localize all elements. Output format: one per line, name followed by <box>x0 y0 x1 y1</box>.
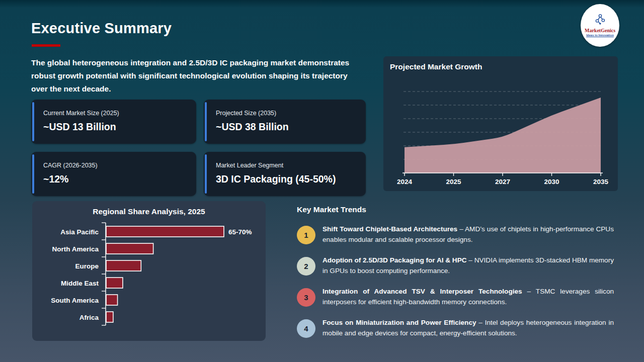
bar-label: Africa <box>79 314 99 321</box>
title-underline <box>32 44 60 47</box>
bar <box>106 295 118 305</box>
bar <box>106 243 153 254</box>
growth-area-chart: 20242025202720302035 <box>389 71 612 188</box>
bar-value-label: 65-70% <box>228 228 252 236</box>
regional-chart-panel: Regional Share Analysis, 2025 Asia Pacif… <box>32 201 266 341</box>
trend-text: Adoption of 2.5D/3D Packaging for AI & H… <box>323 255 614 276</box>
stat-value: 3D IC Packaging (45-50%) <box>216 173 357 185</box>
logo-tagline: Ideas to Innovation <box>586 33 614 37</box>
trend-text: Focus on Miniaturization and Power Effic… <box>323 318 614 338</box>
stat-label: Projected Size (2035) <box>216 110 357 117</box>
trend-item-2: 2 Adoption of 2.5D/3D Packaging for AI &… <box>297 255 614 276</box>
trend-item-3: 3 Integration of Advanced TSV & Interpos… <box>297 287 614 307</box>
intro-paragraph: The global heterogeneous integration and… <box>31 56 357 96</box>
x-tick-label: 2025 <box>446 178 461 186</box>
trend-number-badge: 1 <box>297 226 315 244</box>
bar-label: Europe <box>75 262 99 270</box>
stat-card-cagr: CAGR (2026-2035) ~12% <box>31 152 196 196</box>
bar <box>106 312 113 322</box>
bar <box>106 226 224 237</box>
trend-number-badge: 4 <box>297 319 315 338</box>
stat-label: CAGR (2026-2035) <box>43 162 187 169</box>
molecule-icon <box>594 14 607 28</box>
bar-label: North America <box>52 245 99 253</box>
stat-card-grid: Current Market Size (2025) ~USD 13 Billi… <box>31 100 366 196</box>
bar-label: Middle East <box>61 280 99 287</box>
x-tick-label: 2030 <box>544 178 559 186</box>
key-market-trends: Key Market Trends 1 Shift Toward Chiplet… <box>297 205 614 349</box>
regional-chart-title: Regional Share Analysis, 2025 <box>32 207 266 216</box>
growth-chart-title: Projected Market Growth <box>390 62 612 71</box>
stat-value: ~USD 13 Billion <box>43 121 187 133</box>
stat-value: ~12% <box>43 173 187 185</box>
growth-chart-panel: Projected Market Growth 2024202520272030… <box>383 56 618 191</box>
stat-value: ~USD 38 Billion <box>216 121 357 133</box>
bar-label: Asia Pacific <box>60 228 99 236</box>
trend-item-1: 1 Shift Toward Chiplet-Based Architectur… <box>297 224 614 245</box>
bar <box>106 278 123 288</box>
trend-item-4: 4 Focus on Miniaturization and Power Eff… <box>297 318 614 338</box>
stat-card-leader-segment: Market Leader Segment 3D IC Packaging (4… <box>204 152 366 196</box>
trend-text: Integration of Advanced TSV & Interposer… <box>323 287 614 307</box>
trend-text: Shift Toward Chiplet-Based Architectures… <box>323 224 614 245</box>
trend-number-badge: 2 <box>297 257 315 276</box>
bar-label: South America <box>51 297 99 304</box>
brand-logo: MarketGenics Ideas to Innovation <box>581 4 619 47</box>
x-tick-label: 2035 <box>593 178 609 186</box>
slide: Executive Summary MarketGenics Ideas to … <box>0 0 644 362</box>
trend-number-badge: 3 <box>297 288 315 307</box>
stat-card-projected-size: Projected Size (2035) ~USD 38 Billion <box>204 100 366 144</box>
area-series <box>405 98 601 173</box>
regional-bar-chart: Asia Pacific65-70%North AmericaEuropeMid… <box>32 220 266 336</box>
x-tick-label: 2024 <box>397 178 413 186</box>
logo-brand-text: MarketGenics <box>585 28 615 33</box>
page-title: Executive Summary <box>31 20 172 37</box>
x-tick-label: 2027 <box>495 178 510 186</box>
stat-label: Current Market Size (2025) <box>43 110 187 117</box>
trends-heading: Key Market Trends <box>297 205 614 214</box>
stat-label: Market Leader Segment <box>216 162 357 169</box>
stat-card-current-size: Current Market Size (2025) ~USD 13 Billi… <box>31 100 196 144</box>
bar <box>106 260 141 271</box>
